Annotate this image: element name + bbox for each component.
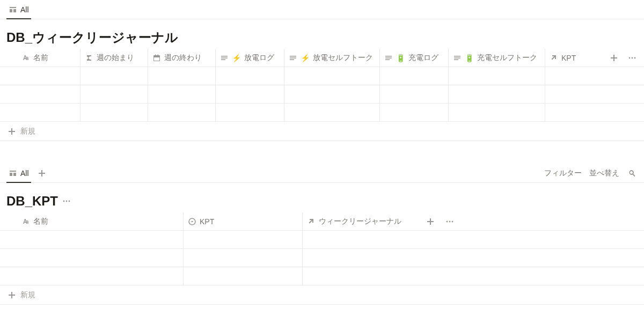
cell[interactable] [80,85,148,103]
db-title[interactable]: DB_KPT [6,193,58,209]
text-icon [289,54,297,62]
column-kpt[interactable]: KPT [545,49,590,67]
plus-icon [8,127,16,136]
column-label: 週の終わり [164,53,202,63]
column-label: 充電ログ [408,53,438,63]
column-label: 週の始まり [97,53,134,63]
cell[interactable] [17,231,184,248]
db-menu-button[interactable] [62,197,71,205]
cell[interactable] [545,85,590,103]
cell[interactable] [80,67,148,85]
cell[interactable] [380,104,449,121]
tab-label: All [20,169,29,178]
sort-button[interactable]: 並べ替え [589,168,619,178]
column-week-end[interactable]: 週の終わり [148,49,216,67]
column-discharge-selftalk[interactable]: ⚡ 放電セルフトーク [284,49,380,67]
cell[interactable] [380,85,449,103]
table-row[interactable] [0,104,644,122]
db-kpt: All フィルター 並べ替え DB_KPT 名前 KPT ウィークリージャーナル [0,164,644,305]
add-view-button[interactable] [35,167,48,180]
cell[interactable] [449,85,545,103]
tab-all[interactable]: All [6,0,31,19]
cell[interactable] [303,231,419,248]
cell[interactable] [148,67,216,85]
cell[interactable] [545,67,590,85]
table-body [0,67,644,122]
cell[interactable] [184,231,303,248]
db-title[interactable]: DB_ウィークリージャーナル [6,29,178,46]
table-row[interactable] [0,231,644,249]
column-label: KPT [200,217,214,226]
table-icon [9,5,17,14]
table-row[interactable] [0,85,644,104]
table-body [0,231,644,285]
cell[interactable] [17,104,80,121]
plus-icon [8,291,16,299]
column-week-start[interactable]: 週の始まり [80,49,148,67]
relation-icon [307,217,316,226]
column-charge-log[interactable]: 🔋 充電ログ [380,49,449,67]
column-label: 名前 [33,53,48,63]
title-icon [21,54,30,62]
cell[interactable] [380,67,449,85]
cell[interactable] [284,104,380,121]
column-kpt[interactable]: KPT [184,212,303,230]
column-label: 充電セルフトーク [477,53,537,63]
text-icon [384,54,393,62]
column-label: 名前 [33,217,48,226]
column-charge-selftalk[interactable]: 🔋 充電セルフトーク [449,49,545,67]
table-row[interactable] [0,249,644,267]
columns-header: 名前 KPT ウィークリージャーナル [0,212,644,231]
views-tabs: All [0,0,644,19]
column-label: ウィークリージャーナル [319,217,401,226]
cell[interactable] [216,104,284,121]
plus-icon [610,54,618,62]
cell[interactable] [148,85,216,103]
cell[interactable] [184,267,303,285]
column-label: 放電ログ [244,53,274,63]
dots-icon [62,197,71,205]
new-row-button[interactable]: 新規 [0,122,644,141]
table-row[interactable] [0,67,644,85]
add-column-button[interactable] [425,216,436,227]
cell[interactable] [545,104,590,121]
cell[interactable] [284,85,380,103]
text-icon [453,54,462,62]
dots-icon [628,54,636,62]
column-discharge-log[interactable]: ⚡ 放電ログ [216,49,284,67]
new-row-button[interactable]: 新規 [0,285,644,305]
cell[interactable] [17,67,80,85]
column-weekly-journal[interactable]: ウィークリージャーナル [303,212,419,230]
cell[interactable] [148,104,216,121]
cell[interactable] [184,249,303,267]
search-button[interactable] [627,168,638,179]
table-row[interactable] [0,267,644,285]
cell[interactable] [303,249,419,267]
add-column-button[interactable] [609,53,619,63]
cell[interactable] [449,67,545,85]
cell[interactable] [216,85,284,103]
search-icon [628,169,636,178]
date-icon [152,54,161,62]
column-name[interactable]: 名前 [17,212,184,230]
column-menu-button[interactable] [444,216,455,227]
tab-all[interactable]: All [6,164,31,182]
cell[interactable] [284,67,380,85]
cell[interactable] [17,249,184,267]
tab-label: All [20,5,29,14]
relation-icon [550,54,558,62]
cell[interactable] [449,104,545,121]
plus-icon [426,217,435,226]
column-label: 放電セルフトーク [313,53,373,63]
cell[interactable] [17,85,80,103]
cell[interactable] [80,104,148,121]
column-name[interactable]: 名前 [17,49,80,67]
cell[interactable] [17,267,184,285]
column-menu-button[interactable] [627,53,638,63]
cell[interactable] [303,267,419,285]
new-row-label: 新規 [20,290,35,300]
cell[interactable] [216,67,284,85]
filter-button[interactable]: フィルター [544,168,582,178]
formula-icon [85,54,93,62]
new-row-label: 新規 [20,127,35,136]
